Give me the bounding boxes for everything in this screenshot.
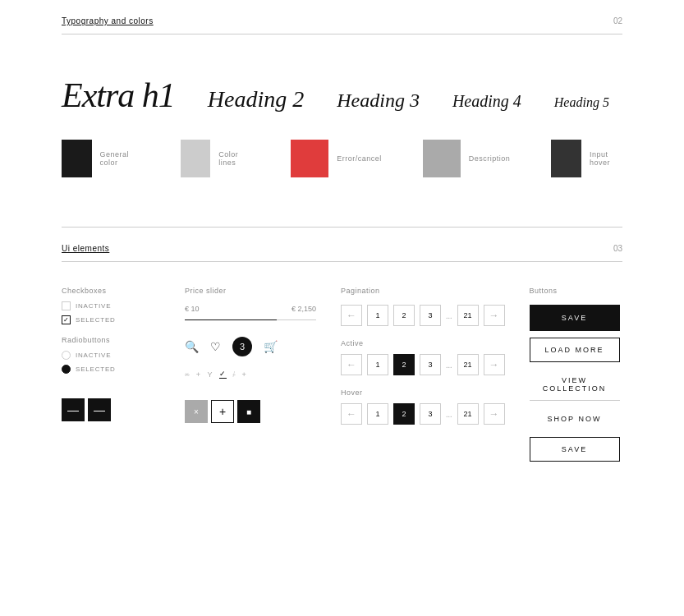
pg-hover-next-btn[interactable]: →: [484, 403, 505, 425]
color-label-error: Error/cancel: [337, 154, 382, 163]
pg-active-2-btn[interactable]: 2: [393, 354, 415, 375]
size-slash-btn[interactable]: /: [233, 370, 236, 379]
size-check-btn[interactable]: ✓: [219, 370, 227, 379]
ui-section: Ui elements 03 Checkboxes INACTIVE SELEC…: [62, 227, 622, 468]
color-label-description: Description: [469, 154, 511, 163]
pg-active-prev-btn[interactable]: ←: [341, 354, 362, 375]
checkbox-inactive-label: INACTIVE: [76, 302, 111, 310]
load-more-button[interactable]: LOAD MORE: [530, 338, 620, 362]
pg-hover-prev-btn[interactable]: ←: [341, 403, 362, 425]
pg-active-dots: ...: [446, 361, 452, 370]
color-label-general: General color: [100, 150, 140, 167]
ui-section-title: Ui elements: [62, 244, 109, 253]
price-slider-label: Price slider: [185, 287, 316, 295]
qty-minus2-btn[interactable]: —: [88, 398, 111, 421]
pagination-default-row: ← 1 2 3 ... 21 →: [341, 305, 505, 326]
bag-count-icon[interactable]: 3: [232, 337, 252, 356]
qty-buttons-size-row: × + ■: [185, 400, 316, 423]
shop-now-button[interactable]: SHOP NOW: [530, 407, 620, 430]
pg-hover-2-btn[interactable]: 2: [393, 403, 415, 425]
pg-prev-btn[interactable]: ←: [341, 305, 362, 326]
size-x-btn[interactable]: ×: [185, 370, 190, 379]
color-item-input-hover: Input hover: [551, 140, 622, 177]
price-range: € 10 € 2,150: [185, 305, 316, 313]
icons-row: 🔍 ♡ 3 🛒: [185, 337, 316, 356]
qty-multiply-btn[interactable]: ×: [185, 400, 208, 423]
ui-elements-grid: Checkboxes INACTIVE SELECTED Radiobutton…: [62, 287, 622, 468]
color-swatch-error: [291, 140, 328, 177]
heart-icon[interactable]: ♡: [210, 340, 221, 354]
pg-active-next-btn[interactable]: →: [484, 354, 505, 375]
pg-21-btn[interactable]: 21: [457, 305, 479, 326]
heading-3: Heading 3: [337, 90, 420, 112]
typography-section-number: 02: [613, 16, 622, 25]
checkbox-inactive-box[interactable]: [62, 301, 71, 310]
heading-2: Heading 2: [208, 86, 304, 113]
pg-active-1-btn[interactable]: 1: [367, 354, 388, 375]
radio-inactive[interactable]: INACTIVE: [62, 351, 160, 360]
color-item-description: Description: [423, 140, 511, 177]
size-plus-btn[interactable]: +: [196, 370, 201, 379]
slider-fill: [185, 319, 277, 320]
pg-dots: ...: [446, 311, 452, 320]
colors-row: General color Color lines Error/cancel D…: [62, 140, 622, 177]
pg-2-btn[interactable]: 2: [393, 305, 415, 326]
color-label-input-hover: Input hover: [590, 150, 622, 167]
heading-5: Heading 5: [554, 95, 609, 110]
radio-selected[interactable]: SELECTED: [62, 365, 160, 374]
color-swatch-general: [62, 140, 92, 177]
radio-selected-circle[interactable]: [62, 365, 71, 374]
checkbox-selected[interactable]: SELECTED: [62, 315, 160, 324]
pagination-hover-label: Hover: [341, 388, 505, 397]
checkbox-selected-label: SELECTED: [76, 316, 116, 324]
save2-button[interactable]: SAVE: [530, 437, 620, 462]
color-item-lines: Color lines: [181, 140, 250, 177]
heading-4: Heading 4: [452, 92, 521, 111]
buttons-column: Buttons SAVE LOAD MORE VIEW COLLECTION S…: [530, 287, 628, 468]
color-item-general: General color: [62, 140, 140, 177]
price-slider-column: Price slider € 10 € 2,150 🔍 ♡ 3 🛒: [185, 287, 316, 468]
pg-hover-dots: ...: [446, 410, 452, 419]
save-button[interactable]: SAVE: [530, 305, 620, 331]
color-swatch-description: [423, 140, 461, 177]
color-swatch-input-hover: [551, 140, 581, 177]
qty-outlined-btn[interactable]: +: [211, 400, 234, 423]
radio-selected-label: SELECTED: [76, 365, 116, 373]
pg-3-btn[interactable]: 3: [420, 305, 441, 326]
checkboxes-label: Checkboxes: [62, 287, 160, 295]
checkbox-selected-box[interactable]: [62, 315, 71, 324]
headings-row: Extra h1 Heading 2 Heading 3 Heading 4 H…: [62, 76, 622, 115]
pagination-active-row: ← 1 2 3 ... 21 →: [341, 354, 505, 375]
ui-section-number: 03: [613, 244, 622, 253]
price-max: € 2,150: [292, 305, 316, 313]
pagination-hover-row: ← 1 2 3 ... 21 →: [341, 403, 505, 425]
pagination-label: Pagination: [341, 287, 505, 295]
price-min: € 10: [185, 305, 200, 313]
view-collection-button[interactable]: VIEW COLLECTION: [530, 369, 620, 401]
radiobuttons-label: Radiobuttons: [62, 336, 160, 344]
size-y-btn[interactable]: Y: [208, 370, 213, 379]
size-plus2-btn[interactable]: +: [242, 370, 247, 379]
pg-hover-3-btn[interactable]: 3: [420, 403, 441, 425]
qty-minus-btn[interactable]: —: [62, 398, 85, 421]
heading-extra-h1: Extra h1: [62, 76, 175, 115]
pg-1-btn[interactable]: 1: [367, 305, 388, 326]
typography-section-title: Typography and colors: [62, 16, 154, 25]
pg-hover-1-btn[interactable]: 1: [367, 403, 388, 425]
pg-next-btn[interactable]: →: [484, 305, 505, 326]
color-swatch-lines: [181, 140, 210, 177]
color-label-lines: Color lines: [218, 150, 250, 167]
slider-track[interactable]: [185, 319, 316, 320]
checkbox-inactive[interactable]: INACTIVE: [62, 301, 160, 310]
cart-icon[interactable]: 🛒: [264, 340, 278, 354]
color-item-error: Error/cancel: [291, 140, 382, 177]
pg-active-21-btn[interactable]: 21: [457, 354, 479, 375]
pg-active-3-btn[interactable]: 3: [420, 354, 441, 375]
pagination-column: Pagination ← 1 2 3 ... 21 → Active ← 1 2: [341, 287, 505, 468]
search-icon[interactable]: 🔍: [185, 340, 199, 354]
radio-inactive-circle[interactable]: [62, 351, 71, 360]
pg-hover-21-btn[interactable]: 21: [457, 403, 479, 425]
qty-square-btn[interactable]: ■: [237, 400, 260, 423]
pagination-active-label: Active: [341, 339, 505, 347]
size-buttons-row: × + Y ✓ / +: [185, 370, 316, 379]
